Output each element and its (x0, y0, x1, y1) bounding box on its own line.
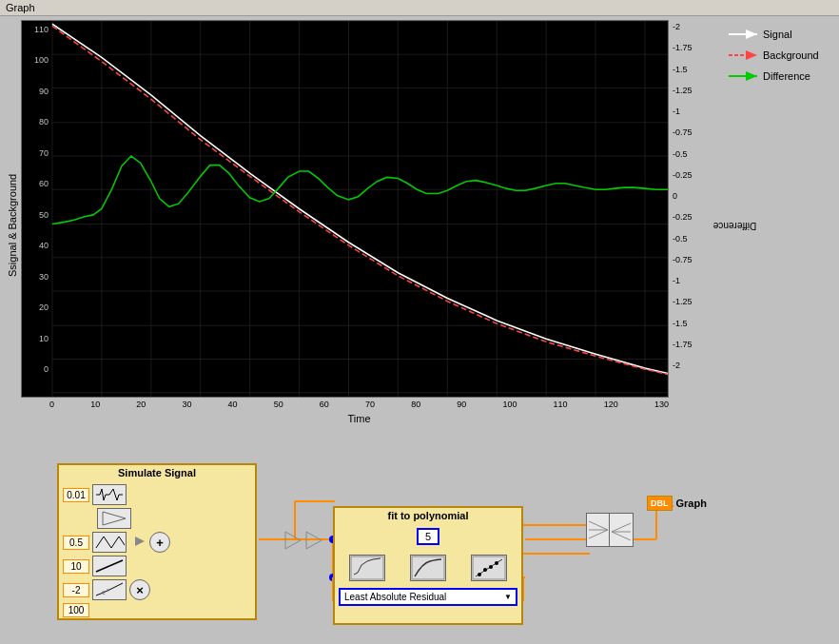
fit-polynomial-box: fit to polynomial 5 Least Abso (333, 506, 523, 625)
fit-poly-icon-1 (349, 555, 385, 581)
ramp-icon (92, 556, 127, 576)
x-axis-row: 0 10 20 30 40 50 60 70 80 90 100 110 (21, 398, 721, 431)
graph-output-label: Graph (676, 498, 707, 509)
waveform-icon-2 (92, 532, 127, 553)
value-v4[interactable]: -2 (63, 583, 89, 597)
value-v2[interactable]: 0.5 (63, 536, 89, 550)
x-tick: 30 (182, 400, 191, 409)
x-tick: 60 (320, 400, 329, 409)
x-tick: 50 (274, 400, 283, 409)
right-tick: -0.5 (673, 234, 693, 244)
signal-row-3: 0.5 + (63, 532, 251, 553)
signal-swatch (729, 28, 757, 41)
fit-poly-title: fit to polynomial (335, 508, 521, 523)
svg-marker-67 (285, 532, 301, 549)
right-tick: -1 (673, 276, 693, 285)
menu-bar: Graph (0, 0, 839, 16)
svg-point-63 (478, 573, 481, 576)
unbundle-block (609, 513, 634, 547)
x-tick: 0 (49, 400, 54, 409)
gain-icon (97, 508, 131, 529)
dropdown-arrow-icon: ▼ (504, 593, 512, 601)
legend-difference: Difference (729, 69, 828, 83)
arrow-right-1 (133, 533, 146, 552)
chart-area: 110 100 90 80 70 60 50 40 30 20 10 0 (21, 20, 721, 431)
right-tick: -1.5 (673, 65, 693, 74)
signal-row-1: 0.01 (63, 484, 251, 505)
legend-background: Background (729, 49, 828, 62)
legend-signal: Signal (729, 28, 828, 41)
svg-text:e: e (102, 589, 106, 595)
multiply-block: × (129, 579, 150, 600)
svg-line-34 (96, 560, 123, 572)
value-v5[interactable]: 100 (63, 603, 89, 617)
x-tick: 100 (502, 400, 517, 409)
legend-difference-label: Difference (763, 70, 810, 82)
gain-triangle-2 (304, 530, 323, 553)
dropdown-label: Least Absolute Residual (344, 592, 446, 602)
menu-graph[interactable]: Graph (6, 2, 35, 13)
value-v1[interactable]: 0.01 (63, 488, 89, 502)
legend-background-label: Background (763, 49, 819, 61)
right-tick: -1.5 (673, 319, 693, 328)
svg-line-72 (612, 523, 631, 532)
diagram-panel: Simulate Signal 0.01 (0, 435, 839, 644)
plot-svg (22, 21, 668, 397)
graph-panel: Ssignal & Background 110 100 90 80 70 60 (0, 16, 839, 435)
signal-line (52, 24, 668, 373)
right-tick-bottom: -2 (673, 361, 693, 370)
x-tick: 90 (457, 400, 466, 409)
bundle-block (586, 513, 611, 547)
right-tick: -0.25 (673, 212, 693, 222)
fit-poly-icon-3 (471, 555, 507, 581)
right-tick: -0.5 (673, 149, 693, 159)
x-tick: 120 (604, 400, 618, 409)
right-tick: -1.25 (673, 86, 693, 95)
order-value[interactable]: 5 (417, 528, 439, 545)
background-swatch (729, 49, 757, 62)
svg-marker-33 (135, 537, 145, 546)
dbl-label: DBL (647, 496, 673, 511)
right-tick: -0.75 (673, 127, 693, 137)
right-tick: -1.25 (673, 297, 693, 306)
right-tick: -1.75 (673, 43, 693, 52)
svg-marker-32 (103, 512, 126, 525)
plot-area: 110 100 90 80 70 60 50 40 30 20 10 0 (21, 20, 669, 398)
background-line (52, 26, 668, 374)
right-tick: -1 (673, 107, 693, 116)
svg-marker-29 (746, 50, 757, 60)
signal-row-2 (97, 508, 251, 529)
exp-icon: ex (92, 579, 127, 600)
dropdown-method[interactable]: Least Absolute Residual ▼ (339, 588, 517, 606)
svg-point-65 (489, 565, 493, 569)
legend-signal-label: Signal (763, 29, 792, 40)
right-tick: -1.75 (673, 340, 693, 349)
x-tick: 110 (554, 400, 568, 409)
right-tick: -0.75 (673, 255, 693, 264)
x-axis-title: Time (49, 413, 669, 424)
add-block: + (149, 532, 170, 553)
svg-line-74 (612, 532, 631, 540)
value-v3[interactable]: 10 (63, 559, 89, 574)
svg-rect-54 (351, 556, 383, 579)
waveform-icon-1 (92, 484, 127, 505)
svg-marker-68 (306, 532, 322, 549)
x-tick: 10 (90, 400, 100, 409)
svg-line-69 (589, 521, 608, 530)
fit-poly-icon-2 (410, 555, 446, 581)
signal-row-4: 10 (63, 556, 251, 576)
x-tick: 70 (365, 400, 375, 409)
signal-row-6: 100 (63, 603, 251, 617)
right-tick: -0.25 (673, 170, 693, 180)
svg-point-66 (495, 561, 498, 565)
block-diagram: Simulate Signal 0.01 (57, 454, 761, 644)
x-tick: 40 (228, 400, 238, 409)
signal-row-5: -2 ex × (63, 579, 251, 600)
gain-triangle-1 (283, 530, 302, 553)
graph-output: DBL Graph (647, 496, 707, 511)
svg-marker-31 (746, 71, 757, 81)
y-axis-left-label: Ssignal & Background (4, 20, 21, 431)
svg-point-64 (483, 568, 487, 572)
right-axis: -2 -1.75 -1.5 -1.25 -1 -0.75 -0.5 -0.25 … (669, 20, 721, 398)
main-container: Graph Ssignal & Background 110 100 90 80 (0, 0, 839, 644)
